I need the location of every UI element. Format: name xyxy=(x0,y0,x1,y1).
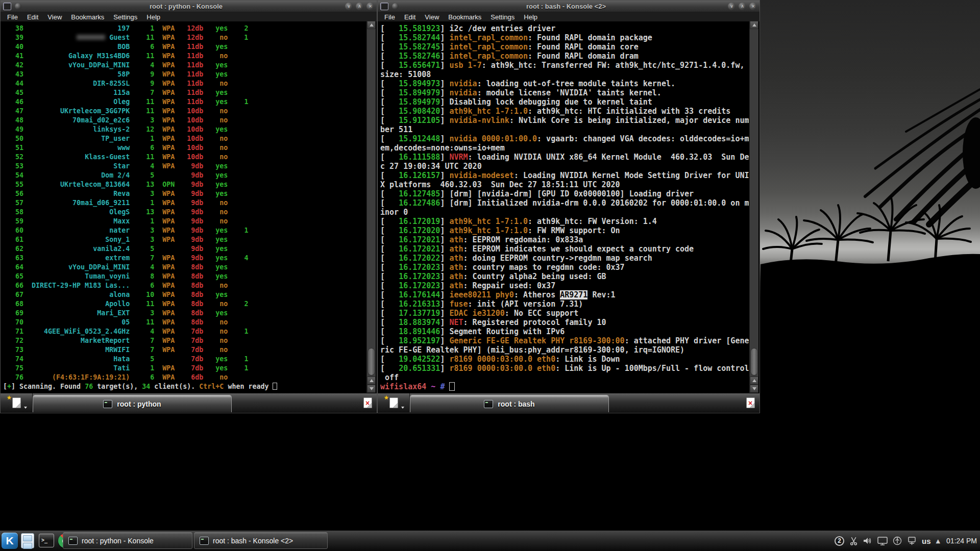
session-menu-caret-icon xyxy=(24,407,27,410)
dmesg-line: [ 18.883974] NET: Registered protocol fa… xyxy=(380,318,749,327)
network-monitor-icon[interactable] xyxy=(907,537,917,545)
scrollbar-right[interactable] xyxy=(749,21,758,393)
menu-bookmarks[interactable]: Bookmarks xyxy=(444,13,486,21)
dmesg-line: [ 16.127485] [drm] [nvidia-drm] [GPU ID … xyxy=(380,189,749,198)
konsole-window-icon xyxy=(380,3,388,10)
down-arrow-icon xyxy=(752,387,756,390)
dmesg-line: [ 16.127486] [drm] Initialized nvidia-dr… xyxy=(380,198,749,208)
network-row: 46 Oleg 11 WPA 11db yes 1 xyxy=(3,97,366,107)
menu-edit[interactable]: Edit xyxy=(22,13,43,21)
network-row: 48 70mai_d02_e2c6 3 WPA 10db no xyxy=(3,116,366,125)
scrollbar-left[interactable] xyxy=(366,21,376,393)
network-row: 62 vanila2.4 5 9db yes xyxy=(3,244,366,254)
konsole-window-icon xyxy=(3,3,11,10)
menu-edit[interactable]: Edit xyxy=(400,13,420,21)
tab-root-python[interactable]: root : python xyxy=(33,395,232,412)
close-button[interactable]: × xyxy=(749,3,757,10)
konsole-launcher-icon[interactable]: >_ xyxy=(39,534,54,547)
menu-view[interactable]: View xyxy=(420,13,444,21)
volume-icon[interactable] xyxy=(863,537,872,545)
network-row: 47 UKrtelecom_3GG7PK 11 WPA 10db no xyxy=(3,107,366,116)
new-tab-button[interactable]: ★ xyxy=(1,393,33,412)
tab-bar-spacer xyxy=(609,393,741,412)
scan-status-line: [+] Scanning. Found 76 target(s), 34 cli… xyxy=(3,382,366,391)
tab-bar-left: ★ root : python × xyxy=(1,393,377,412)
network-row: 38 197 1 WPA 12db yes 2 xyxy=(3,24,366,33)
menu-file[interactable]: File xyxy=(3,13,22,21)
network-row: 67 alona 10 WPA 8db yes xyxy=(3,290,366,299)
new-session-star-icon: ★ xyxy=(384,394,389,401)
network-row: 58 OlegS 13 WPA 9db no xyxy=(3,208,366,217)
network-row: 50 TP_user 1 WPA 10db no xyxy=(3,134,366,143)
tab-label: root : bash xyxy=(498,400,534,408)
close-button[interactable]: × xyxy=(366,3,374,10)
down-arrow-icon xyxy=(370,387,374,390)
usb-device-icon[interactable] xyxy=(893,536,902,545)
scroll-track[interactable] xyxy=(367,29,376,377)
network-row: 69 Mari_EXT 3 WPA 8db yes xyxy=(3,309,366,318)
redacted-essid xyxy=(77,35,105,40)
tray-expand-arrow-icon[interactable]: ▲ xyxy=(936,538,940,544)
network-row: 40 BOB 6 WPA 11db yes xyxy=(3,42,366,52)
taskbar-button-bash[interactable]: root : bash - Konsole <2> xyxy=(194,532,328,549)
scroll-down-button[interactable] xyxy=(367,385,376,393)
minimize-button[interactable]: ∨ xyxy=(345,3,353,10)
file-manager-icon[interactable] xyxy=(21,533,34,548)
scroll-up-button-bottom[interactable] xyxy=(367,377,376,385)
shell-prompt-line: wifislax64 ~ # xyxy=(380,382,749,391)
menu-view[interactable]: View xyxy=(43,13,66,21)
scroll-down-button[interactable] xyxy=(750,385,758,393)
minimize-button[interactable]: ∨ xyxy=(728,3,736,10)
menu-help[interactable]: Help xyxy=(519,13,542,21)
menu-settings[interactable]: Settings xyxy=(109,13,142,21)
dmesg-line: [ 15.912448] nvidia 0000:01:00.0: vgaarb… xyxy=(380,134,749,143)
close-session-button[interactable]: × xyxy=(741,393,760,412)
keyboard-layout-indicator[interactable]: us xyxy=(922,537,931,545)
menu-help[interactable]: Help xyxy=(142,13,165,21)
desktop-pager-icon[interactable]: 2 xyxy=(835,536,844,546)
scroll-slider[interactable] xyxy=(368,348,375,375)
titlebar-right[interactable]: root : bash - Konsole <2> ∨ ∧ × xyxy=(378,1,760,12)
taskbar-clock[interactable]: 01:24 PM xyxy=(946,537,977,545)
close-session-button[interactable]: × xyxy=(358,393,377,412)
dmesg-line: [ 15.894973] nvidia: loading out-of-tree… xyxy=(380,79,749,88)
dmesg-line: [ 16.172022] ath: doing EEPROM country->… xyxy=(380,254,749,263)
up-arrow-icon xyxy=(752,23,756,27)
network-row: 45 115a 7 WPA 11db yes xyxy=(3,88,366,97)
menu-file[interactable]: File xyxy=(380,13,400,21)
network-row: 49 linksys-2 12 WPA 10db yes xyxy=(3,125,366,134)
scroll-slider[interactable] xyxy=(750,348,758,375)
titlebar-left[interactable]: root : python - Konsole ∨ ∧ × xyxy=(1,1,377,12)
scroll-up-button[interactable] xyxy=(367,21,376,29)
kmenu-button[interactable]: K xyxy=(2,533,18,549)
menu-bookmarks[interactable]: Bookmarks xyxy=(66,13,109,21)
terminal-screen-right[interactable]: [ 15.581923] i2c /dev entries driver[ 15… xyxy=(379,21,749,393)
terminal-screen-left[interactable]: 38 197 1 WPA 12db yes 2 39 Guest 11 WPA … xyxy=(2,21,366,393)
window-menu-button[interactable] xyxy=(15,3,21,10)
network-row: 70 05 11 WPA 8db no xyxy=(3,318,366,327)
klipper-scissors-icon[interactable] xyxy=(849,537,858,545)
window-menu-button[interactable] xyxy=(392,3,399,10)
taskbar-button-python[interactable]: root : python - Konsole xyxy=(63,532,192,549)
display-settings-icon[interactable] xyxy=(877,537,888,545)
dmesg-line: [ 15.582746] intel_rapl_common: Found RA… xyxy=(380,52,749,61)
new-tab-button[interactable]: ★ xyxy=(378,393,410,412)
network-row: 51 www 6 WPA 10db no xyxy=(3,143,366,153)
maximize-button[interactable]: ∧ xyxy=(739,3,746,10)
session-menu-caret-icon xyxy=(401,407,404,410)
scroll-up-button[interactable] xyxy=(750,21,758,29)
network-row: 54 Dom 2/4 5 9db yes xyxy=(3,171,366,180)
scroll-up-button-bottom[interactable] xyxy=(750,377,758,385)
dmesg-line: [ 16.172019] ath9k_htc 1-7:1.0: ath9k_ht… xyxy=(380,217,749,226)
network-row: 39 Guest 11 WPA 12db no 1 xyxy=(3,33,366,42)
network-row: 65 Tuman_voyni 8 WPA 8db yes xyxy=(3,272,366,281)
menu-settings[interactable]: Settings xyxy=(486,13,519,21)
tab-root-bash[interactable]: root : bash xyxy=(410,395,609,412)
dmesg-line: [ 16.111588] NVRM: loading NVIDIA UNIX x… xyxy=(380,153,749,162)
dmesg-line: [ 16.172021] ath: EEPROM indicates we sh… xyxy=(380,244,749,254)
maximize-button[interactable]: ∧ xyxy=(356,3,363,10)
close-session-x-icon: × xyxy=(748,399,752,407)
dmesg-line: X platforms 460.32.03 Sun Dec 27 18:51:1… xyxy=(380,180,749,189)
dmesg-line: [ 15.912105] nvidia-nvlink: Nvlink Core … xyxy=(380,116,749,125)
scroll-track[interactable] xyxy=(750,29,758,377)
